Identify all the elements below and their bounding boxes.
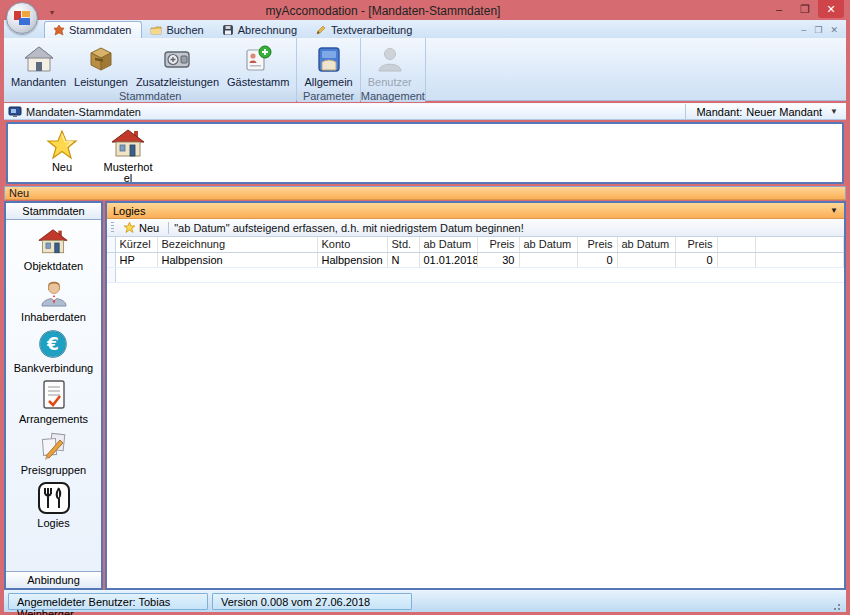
logies-toolbar: Neu "ab Datum" aufsteigend erfassen, d.h… [107, 219, 844, 237]
sidebar-item-preisgruppen[interactable]: Preisgruppen [21, 430, 86, 476]
sidebar-item-inhaberdaten[interactable]: Inhaberdaten [21, 277, 86, 323]
musterhotel-record-button[interactable]: Musterhotel [102, 128, 154, 184]
new-star-icon [45, 128, 79, 162]
window-title: myAccomodation - [Mandaten-Stammdaten] [0, 2, 766, 18]
document-caption-bar: Mandaten-Stammdaten Mandant: Neuer Manda… [4, 103, 846, 120]
column-header-empty [717, 237, 755, 252]
column-header: ab Datum [419, 237, 477, 252]
mdi-minimize-button[interactable]: – [801, 25, 806, 35]
button-label: Mandanten [11, 76, 66, 88]
button-label: Allgemein [304, 76, 352, 88]
cell-ab-datum-2[interactable] [519, 252, 577, 267]
leistungen-button[interactable]: Leistungen [71, 41, 131, 90]
cell-empty [755, 252, 844, 267]
toolbar-grip [111, 222, 114, 234]
mandant-dropdown-icon[interactable]: ▼ [826, 107, 842, 116]
column-header-empty [755, 237, 844, 252]
button-label: Musterhotel [102, 162, 154, 184]
cell-preis-2[interactable]: 0 [577, 252, 617, 267]
logies-cutlery-icon [37, 481, 71, 515]
record-state-bar: Neu [4, 186, 846, 200]
neu-record-button[interactable]: Neu [36, 128, 88, 184]
zusatzleistungen-button[interactable]: Zusatzleistungen [133, 41, 222, 90]
logies-panel-header: Logies ▼ [107, 203, 844, 219]
panel-collapse-icon[interactable]: ▼ [830, 206, 838, 215]
ribbon-group-label: Stammdaten [4, 90, 296, 102]
close-button[interactable]: ✕ [818, 0, 844, 18]
button-label: Gästestamm [227, 76, 289, 88]
row-selector-header [107, 237, 115, 252]
cell-konto[interactable]: Halbpension [317, 252, 387, 267]
column-header: Preis [477, 237, 519, 252]
minimize-button[interactable]: – [766, 0, 792, 18]
sidebar-item-label: Objektdaten [24, 260, 83, 272]
table-row-empty [107, 267, 844, 282]
ribbon-tab-row: Stammdaten Buchen Abrechnung Textverarbe… [4, 20, 846, 38]
mandanten-button[interactable]: Mandanten [8, 41, 69, 90]
tab-label: Abrechnung [238, 24, 297, 36]
ribbon-group-label: Management [361, 90, 425, 102]
cell-std[interactable]: N [387, 252, 419, 267]
quick-access-dropdown-icon[interactable]: ▾ [50, 8, 54, 17]
ribbon: Mandanten Leistungen [4, 38, 846, 101]
mandant-label: Mandant: [696, 106, 742, 118]
maximize-button[interactable]: ❐ [792, 0, 818, 18]
ribbon-group-label: Parameter [297, 90, 359, 102]
record-toolbar: Neu Musterhotel [6, 122, 844, 184]
hint-message: "ab Datum" aufsteigend erfassen, d.h. mi… [174, 222, 524, 234]
logged-in-user: Angemeldeter Benutzer: Tobias Weinberger [8, 593, 208, 610]
column-header: ab Datum [519, 237, 577, 252]
sidebar-item-label: Arrangements [19, 413, 88, 425]
preisgruppen-papers-icon [38, 430, 70, 462]
column-header: Bezeichnung [157, 237, 317, 252]
row-selector[interactable] [107, 252, 115, 267]
mdi-restore-button[interactable]: ❐ [814, 25, 822, 35]
table-header-row: Kürzel Bezeichnung Konto Std. ab Datum P… [107, 237, 844, 252]
sidebar: Stammdaten Objektdaten [4, 201, 103, 590]
sidebar-item-arrangements[interactable]: Arrangements [19, 379, 88, 425]
tab-label: Buchen [166, 24, 203, 36]
zusatzleistungen-wallet-icon [161, 43, 193, 75]
button-label: Leistungen [74, 76, 128, 88]
cell-preis-3[interactable]: 0 [675, 252, 717, 267]
cell-bezeichnung[interactable]: Halbpension [157, 252, 317, 267]
tab-stammdaten[interactable]: Stammdaten [44, 21, 142, 38]
sidebar-item-label: Logies [37, 517, 69, 529]
tab-textverarbeitung[interactable]: Textverarbeitung [307, 21, 422, 38]
sidebar-item-bankverbindung[interactable]: € Bankverbindung [14, 328, 94, 374]
sidebar-header-anbindung[interactable]: Anbindung [6, 571, 101, 588]
cell-ab-datum-1[interactable]: 01.01.2018 [419, 252, 477, 267]
neu-logies-button[interactable]: Neu [119, 220, 163, 235]
mandant-value: Neuer Mandant [746, 106, 822, 118]
allgemein-button[interactable]: Allgemein [301, 41, 355, 90]
mandaten-screen-icon [8, 106, 22, 118]
resize-grip[interactable] [830, 600, 842, 612]
cell-kuerzel[interactable]: HP [115, 252, 157, 267]
allgemein-folder-icon [313, 43, 345, 75]
panel-title: Logies [113, 205, 145, 217]
app-logo-icon [14, 11, 30, 25]
title-bar: myAccomodation - [Mandaten-Stammdaten] –… [0, 0, 850, 20]
svg-text:€: € [47, 334, 60, 354]
mandant-selector[interactable]: Mandant: Neuer Mandant ▼ [685, 104, 842, 119]
table-row[interactable]: HP Halbpension Halbpension N 01.01.2018 … [107, 252, 844, 267]
logies-table: Kürzel Bezeichnung Konto Std. ab Datum P… [107, 237, 844, 283]
tab-buchen[interactable]: Buchen [142, 21, 213, 38]
tab-abrechnung[interactable]: Abrechnung [214, 21, 307, 38]
column-header: Kürzel [115, 237, 157, 252]
column-header: Preis [675, 237, 717, 252]
mdi-close-button[interactable]: ✕ [830, 25, 838, 35]
cell-ab-datum-3[interactable] [617, 252, 675, 267]
sidebar-item-objektdaten[interactable]: Objektdaten [24, 228, 83, 272]
gaestestamm-button[interactable]: Gästestamm [224, 41, 292, 90]
application-menu-button[interactable] [6, 2, 38, 34]
sidebar-item-logies[interactable]: Logies [37, 481, 71, 529]
column-header: Konto [317, 237, 387, 252]
buchen-tab-icon [150, 24, 162, 36]
status-bar: Angemeldeter Benutzer: Tobias Weinberger… [4, 590, 846, 612]
version-info: Version 0.008 vom 27.06.2018 [212, 593, 412, 610]
cell-preis-1[interactable]: 30 [477, 252, 519, 267]
column-header: Preis [577, 237, 617, 252]
app-window: myAccomodation - [Mandaten-Stammdaten] –… [0, 0, 850, 615]
sidebar-header-stammdaten[interactable]: Stammdaten [6, 203, 101, 220]
